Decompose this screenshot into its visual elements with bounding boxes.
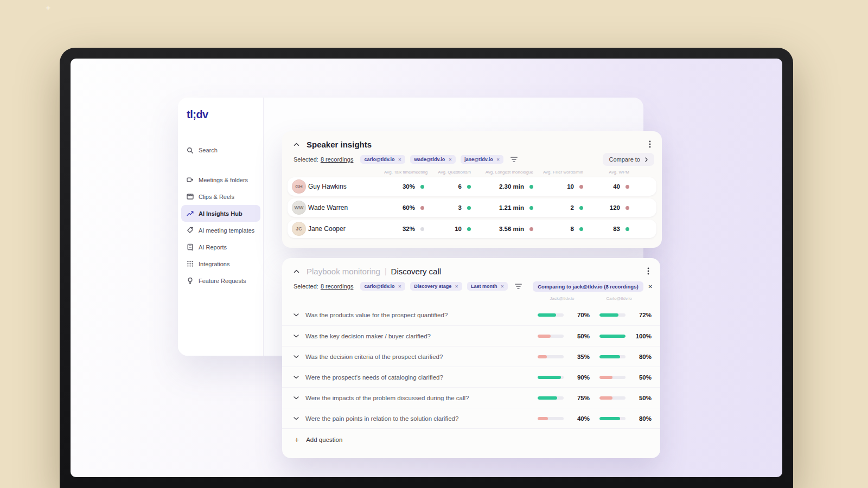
progress-track xyxy=(538,313,564,317)
chevron-down-icon xyxy=(293,396,299,400)
speaker-row[interactable]: GHGuy Hawkins30%62.30 min1040 xyxy=(288,177,656,196)
sidebar-item-clips-reels[interactable]: Clips & Reels xyxy=(181,188,260,205)
chip-label: jane@tldv.io xyxy=(464,157,493,162)
speaker-row[interactable]: JCJane Cooper32%103.56 min883 xyxy=(288,220,656,238)
laptop-screen: tl;dv Search Meetings & foldersClips & R… xyxy=(71,59,782,477)
progress-fill xyxy=(599,417,620,420)
speaker-row[interactable]: WWWade Warren60%31.21 min2120 xyxy=(288,198,656,217)
speaker-filter-chip[interactable]: wade@tldv.io✕ xyxy=(410,155,456,164)
metric-value: 60% xyxy=(403,204,415,211)
metric-value: 10 xyxy=(567,183,574,190)
comparing-close-icon[interactable]: ✕ xyxy=(648,284,653,290)
sidebar-item-label: Clips & Reels xyxy=(199,194,234,200)
playbook-filter-chip[interactable]: Last month✕ xyxy=(467,282,508,291)
playbook-filter-chip[interactable]: Discovery stage✕ xyxy=(410,282,462,291)
question-text: Were the impacts of the problem discusse… xyxy=(305,395,469,401)
sidebar-item-ai-meeting-templates[interactable]: AI meeting templates xyxy=(181,222,260,239)
status-dot-red xyxy=(529,227,533,231)
metric-value: 3.56 min xyxy=(499,226,524,232)
speaker-filter-chip[interactable]: carlo@tldv.io✕ xyxy=(360,155,405,164)
progress-bar-group: 80% xyxy=(599,415,652,422)
progress-fill xyxy=(538,417,548,420)
playbook-title: Discovery call xyxy=(391,267,442,276)
progress-track xyxy=(599,355,626,358)
compare-column-label: Carlo@tldv.io xyxy=(593,296,645,301)
question-row[interactable]: Were the prospect's needs of cataloging … xyxy=(282,367,660,387)
chip-close-icon[interactable]: ✕ xyxy=(448,157,452,162)
progress-fill xyxy=(538,396,557,400)
speaker-filter-chip[interactable]: jane@tldv.io✕ xyxy=(461,155,503,164)
search-label: Search xyxy=(199,147,218,153)
column-header: Avg. WPM xyxy=(592,170,638,175)
selected-count-link[interactable]: 8 recordings xyxy=(321,156,354,163)
question-row[interactable]: Was the products value for the prospect … xyxy=(282,305,660,325)
progress-percent: 40% xyxy=(577,415,590,422)
chip-close-icon[interactable]: ✕ xyxy=(455,284,458,289)
progress-fill xyxy=(538,376,561,379)
compare-to-button[interactable]: Compare to xyxy=(603,153,654,166)
playbook-filter-chip[interactable]: carlo@tldv.io✕ xyxy=(360,282,405,291)
playbook-kebab-menu-icon[interactable] xyxy=(645,266,652,276)
metric-value: 120 xyxy=(610,204,620,211)
chip-close-icon[interactable]: ✕ xyxy=(496,157,500,162)
sidebar-item-feature-requests[interactable]: Feature Requests xyxy=(181,272,260,289)
metric-cell: 3 xyxy=(433,204,480,211)
question-bars: 35%80% xyxy=(538,354,652,360)
progress-bar-group: 100% xyxy=(599,333,652,339)
progress-track xyxy=(538,376,564,379)
status-dot-red xyxy=(420,206,424,210)
collapse-chevron-up-icon[interactable] xyxy=(293,143,299,146)
progress-percent: 75% xyxy=(577,395,590,401)
progress-fill xyxy=(599,355,620,358)
metric-cell: 2 xyxy=(542,204,592,211)
progress-percent: 50% xyxy=(577,333,590,339)
filter-funnel-icon[interactable] xyxy=(510,157,518,163)
progress-fill xyxy=(599,376,612,379)
selected-count-link[interactable]: 8 recordings xyxy=(321,283,354,290)
chevron-down-icon xyxy=(293,313,299,317)
add-question-button[interactable]: + Add question xyxy=(282,428,660,450)
question-bars: 50%100% xyxy=(538,333,652,339)
metric-value: 40 xyxy=(613,183,620,190)
sidebar-item-ai-insights-hub[interactable]: AI Insights Hub xyxy=(181,205,260,222)
clapperboard-icon xyxy=(187,193,194,200)
progress-percent: 100% xyxy=(636,333,652,339)
progress-track xyxy=(599,335,626,338)
sidebar-item-label: AI meeting templates xyxy=(199,227,254,234)
chip-close-icon[interactable]: ✕ xyxy=(398,284,402,289)
column-header: Avg. Questions/h xyxy=(433,170,480,175)
question-row[interactable]: Was the decision criteria of the prospec… xyxy=(282,346,660,367)
progress-bar-group: 80% xyxy=(599,354,652,360)
progress-percent: 35% xyxy=(577,354,590,360)
progress-percent: 80% xyxy=(639,415,652,422)
sidebar-item-integrations[interactable]: Integrations xyxy=(181,255,260,272)
speaker-filter-row: Selected: 8 recordings carlo@tldv.io✕wad… xyxy=(282,154,662,165)
progress-bar-group: 50% xyxy=(599,395,652,401)
progress-track xyxy=(599,396,626,400)
chip-label: carlo@tldv.io xyxy=(364,284,394,289)
search-button[interactable]: Search xyxy=(183,143,258,157)
speaker-kebab-menu-icon[interactable] xyxy=(647,139,653,149)
comparing-to-chip[interactable]: Comparing to jack@tldv.io (8 recordings) xyxy=(533,281,643,292)
metric-cell: 3.56 min xyxy=(480,226,542,232)
avatar: WW xyxy=(292,201,306,215)
selected-label: Selected: xyxy=(293,156,318,163)
question-row[interactable]: Were the impacts of the problem discusse… xyxy=(282,387,660,408)
chip-close-icon[interactable]: ✕ xyxy=(501,284,505,289)
collapse-chevron-up-icon[interactable] xyxy=(293,269,299,273)
progress-track xyxy=(599,313,626,317)
sidebar-item-ai-reports[interactable]: AI Reports xyxy=(181,239,260,255)
filter-funnel-icon[interactable] xyxy=(515,284,522,290)
progress-fill xyxy=(538,313,556,317)
progress-bar-group: 90% xyxy=(538,374,590,381)
question-row[interactable]: Were the pain points in relation to the … xyxy=(282,408,660,428)
tag-icon xyxy=(187,227,194,234)
sidebar: tl;dv Search Meetings & foldersClips & R… xyxy=(178,98,264,356)
status-dot-green xyxy=(529,206,533,210)
playbook-filter-row: Selected: 8 recordings carlo@tldv.io✕Dis… xyxy=(282,281,660,292)
question-row[interactable]: Was the key decision maker / buyer clari… xyxy=(282,325,660,346)
chip-close-icon[interactable]: ✕ xyxy=(398,157,402,162)
question-text: Was the key decision maker / buyer clari… xyxy=(305,333,431,339)
sidebar-item-meetings-folders[interactable]: Meetings & folders xyxy=(181,171,260,188)
metric-cell: 10 xyxy=(542,183,592,190)
